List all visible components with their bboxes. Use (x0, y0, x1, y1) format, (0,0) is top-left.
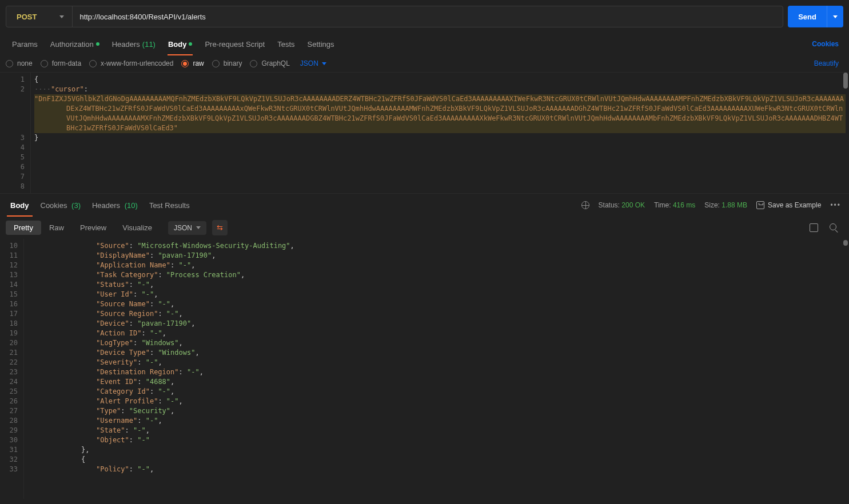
status-dot-icon (96, 42, 99, 46)
method-dropdown[interactable]: POST (6, 6, 73, 27)
beautify-button[interactable]: Beautify (814, 59, 839, 67)
code-line: "Task Category": "Process Creation", (27, 270, 846, 280)
code-line: { (27, 455, 846, 465)
resp-tab-headers[interactable]: Headers (10) (86, 194, 144, 217)
gutter: 12345678 (0, 73, 31, 193)
chevron-down-icon (59, 15, 64, 18)
resp-tab-body[interactable]: Body (5, 194, 35, 217)
code-line: ····"cursor": (34, 85, 846, 94)
radio-raw[interactable]: raw (181, 59, 204, 67)
code-line: "Action ID": "-", (27, 329, 846, 338)
view-raw[interactable]: Raw (41, 221, 72, 235)
tab-authorization[interactable]: Authorization (44, 33, 106, 55)
code-line: "Source Region": "-", (27, 309, 846, 319)
body-subtype-dropdown[interactable]: JSON (300, 59, 326, 67)
scrollbar-thumb[interactable] (843, 240, 848, 246)
code-line: "DisplayName": "pavan-17190", (27, 251, 846, 261)
code-line: "LogType": "Windows", (27, 338, 846, 348)
send-label: Send (788, 13, 827, 21)
request-tabs: Params Authorization Headers(11) Body Pr… (0, 33, 849, 55)
cookies-link[interactable]: Cookies (812, 40, 839, 48)
tab-settings[interactable]: Settings (301, 33, 341, 55)
tab-params[interactable]: Params (6, 33, 44, 55)
code-line: "Policy": "-", (27, 465, 846, 474)
code-line: "Alert Profile": "-", (27, 397, 846, 406)
response-tabs: Body Cookies (3) Headers (10) Test Resul… (0, 194, 849, 217)
code-line: "Device Type": "Windows", (27, 348, 846, 358)
code-line: "Source": "Microsoft-Windows-Security-Au… (27, 241, 846, 251)
view-preview[interactable]: Preview (72, 221, 114, 235)
code-area[interactable]: { ····"cursor": "DnF1ZXJ5VGhlbkZldGNoDgA… (31, 73, 849, 193)
request-body-editor[interactable]: 12345678 { ····"cursor": "DnF1ZXJ5VGhlbk… (0, 73, 849, 194)
tab-tests[interactable]: Tests (271, 33, 301, 55)
tab-prerequest[interactable]: Pre-request Script (198, 33, 271, 55)
view-mode-segment: Pretty Raw Preview Visualize (6, 221, 160, 235)
response-lang-dropdown[interactable]: JSON (168, 221, 206, 235)
body-type-row: none form-data x-www-form-urlencoded raw… (0, 55, 849, 73)
scrollbar-thumb[interactable] (843, 73, 848, 89)
gutter: 1011121314151617181920212223242526272829… (0, 239, 24, 499)
chevron-down-icon (833, 15, 838, 18)
view-pretty[interactable]: Pretty (6, 221, 41, 235)
send-button[interactable]: Send (788, 6, 843, 27)
method-label: POST (17, 13, 37, 21)
radio-none[interactable]: none (6, 59, 33, 67)
code-line: "User Id": "-", (27, 290, 846, 299)
chevron-down-icon (322, 62, 326, 65)
code-line: "Destination Region": "-", (27, 367, 846, 377)
tab-headers[interactable]: Headers(11) (106, 33, 162, 55)
chevron-down-icon (196, 226, 201, 229)
search-icon[interactable] (830, 223, 836, 230)
radio-binary[interactable]: binary (212, 59, 242, 67)
request-url-bar: POST (6, 6, 783, 27)
radio-xwww[interactable]: x-www-form-urlencoded (89, 59, 173, 67)
code-line: "Status": "-", (27, 280, 846, 290)
save-as-example-button[interactable]: Save as Example (756, 201, 821, 209)
resp-tab-cookies[interactable]: Cookies (3) (35, 194, 86, 217)
code-line-highlight: "DnF1ZXJ5VGhlbkZldGNoDgAAAAAAAAAMQFnhZME… (34, 94, 846, 133)
response-toolbar: Pretty Raw Preview Visualize JSON ⇆ (0, 217, 849, 239)
url-input[interactable] (73, 13, 783, 21)
code-line: "Source Name": "-", (27, 299, 846, 309)
response-body-editor[interactable]: 1011121314151617181920212223242526272829… (0, 239, 849, 499)
code-line: "Severity": "-", (27, 358, 846, 367)
code-line: }, (27, 445, 846, 455)
code-line: "Event ID": "4688", (27, 377, 846, 387)
code-line: "Category Id": "-", (27, 387, 846, 397)
code-line: "Device": "pavan-17190", (27, 319, 846, 329)
radio-form-data[interactable]: form-data (41, 59, 81, 67)
view-visualize[interactable]: Visualize (114, 221, 160, 235)
more-icon[interactable]: ••• (830, 201, 841, 209)
status-label: Status: 200 OK (599, 201, 645, 209)
code-line: } (34, 133, 846, 143)
code-line: "Object": "-" (27, 435, 846, 445)
tab-body[interactable]: Body (162, 33, 199, 55)
time-label: Time: 416 ms (654, 201, 695, 209)
status-dot-icon (189, 42, 192, 46)
code-line: "Type": "Security", (27, 406, 846, 416)
code-line: { (34, 75, 846, 85)
radio-graphql[interactable]: GraphQL (250, 59, 289, 67)
resp-tab-test-results[interactable]: Test Results (144, 194, 196, 217)
globe-icon[interactable] (581, 201, 589, 209)
send-dropdown[interactable] (827, 6, 843, 27)
save-icon (756, 201, 764, 209)
code-line: "Application Name": "-", (27, 261, 846, 270)
copy-icon[interactable] (810, 223, 818, 232)
code-area[interactable]: "Source": "Microsoft-Windows-Security-Au… (24, 239, 849, 499)
wrap-lines-icon[interactable]: ⇆ (212, 220, 228, 235)
code-line: "State": "-", (27, 426, 846, 435)
size-label: Size: 1.88 MB (704, 201, 747, 209)
code-line: "Username": "-", (27, 416, 846, 426)
